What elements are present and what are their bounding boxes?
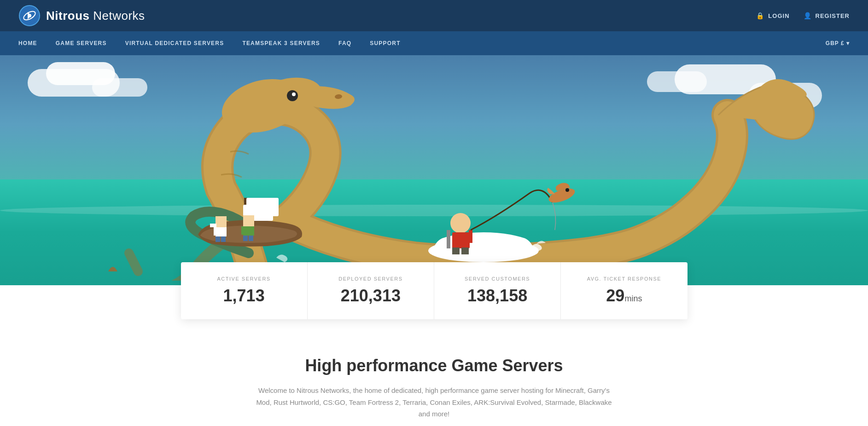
- fin: [108, 267, 117, 271]
- stat-active-servers-value: 1,713: [190, 286, 298, 305]
- stat-deployed-value: 210,313: [317, 286, 425, 305]
- user-icon: 👤: [804, 12, 812, 19]
- svg-rect-21: [469, 230, 472, 243]
- svg-rect-15: [241, 226, 246, 235]
- stat-ticket-label: AVG. TICKET RESPONSE: [570, 276, 678, 282]
- char2-head: [243, 215, 254, 226]
- fisherman-pants: [452, 248, 460, 254]
- svg-rect-12: [221, 236, 226, 242]
- nav-vds[interactable]: VIRTUAL DEDICATED SERVERS: [125, 40, 224, 46]
- stat-deployed-servers: DEPLOYED SERVERS 210,313: [308, 262, 434, 319]
- svg-rect-17: [243, 236, 248, 241]
- logo-icon: [18, 5, 41, 27]
- fishing-line: [553, 202, 556, 230]
- hero-section: [0, 55, 868, 285]
- stat-customers-value: 138,158: [443, 286, 551, 305]
- nav-support[interactable]: SUPPORT: [370, 40, 400, 46]
- top-bar-actions: 🔒 LOGIN 👤 REGISTER: [756, 12, 850, 19]
- svg-rect-9: [214, 227, 218, 236]
- content-description: Welcome to Nitrous Networks, the home of…: [250, 385, 618, 420]
- svg-rect-20: [461, 248, 469, 254]
- nav-game-servers[interactable]: GAME SERVERS: [56, 40, 107, 46]
- logo-text: Nitrous Networks: [46, 9, 145, 23]
- stat-deployed-label: DEPLOYED SERVERS: [317, 276, 425, 282]
- currency-selector[interactable]: GBP £ ▾: [826, 40, 850, 46]
- nav-home[interactable]: HOME: [18, 40, 37, 46]
- nav-links: HOME GAME SERVERS VIRTUAL DEDICATED SERV…: [18, 40, 401, 46]
- stat-active-servers: ACTIVE SERVERS 1,713: [181, 262, 308, 319]
- page-title: High performance Game Servers: [18, 356, 850, 375]
- logo[interactable]: Nitrous Networks: [18, 5, 145, 27]
- nav-bar: HOME GAME SERVERS VIRTUAL DEDICATED SERV…: [0, 31, 868, 55]
- lock-icon: 🔒: [756, 12, 764, 19]
- stat-active-servers-label: ACTIVE SERVERS: [190, 276, 298, 282]
- scene-svg: [0, 60, 868, 281]
- fishing-rod: [471, 190, 553, 230]
- svg-rect-19: [447, 230, 450, 248]
- splash-2: [276, 254, 287, 262]
- nav-teamspeak[interactable]: TEAMSPEAK 3 SERVERS: [242, 40, 320, 46]
- register-button[interactable]: 👤 REGISTER: [804, 12, 850, 19]
- svg-rect-11: [216, 236, 220, 242]
- svg-rect-16: [250, 226, 254, 235]
- hero-illustration: [0, 55, 868, 285]
- stat-customers-label: SERVED CUSTOMERS: [443, 276, 551, 282]
- nav-faq[interactable]: FAQ: [338, 40, 351, 46]
- stats-bar: ACTIVE SERVERS 1,713 DEPLOYED SERVERS 21…: [181, 262, 687, 319]
- svg-rect-10: [222, 227, 227, 236]
- stat-ticket-value: 29mins: [570, 286, 678, 305]
- char1-head: [216, 216, 227, 227]
- fisherman-body: [452, 232, 470, 248]
- fisherman-head: [450, 213, 471, 233]
- svg-point-22: [565, 188, 569, 192]
- login-button[interactable]: 🔒 LOGIN: [756, 12, 789, 19]
- stat-avg-ticket: AVG. TICKET RESPONSE 29mins: [561, 262, 687, 319]
- svg-rect-18: [249, 236, 253, 241]
- top-bar: Nitrous Networks 🔒 LOGIN 👤 REGISTER: [0, 0, 868, 31]
- svg-rect-13: [210, 224, 216, 227]
- content-section: High performance Game Servers Welcome to…: [0, 319, 868, 426]
- svg-point-5: [292, 92, 296, 96]
- tentacle-2: [129, 253, 138, 271]
- svg-point-4: [287, 90, 298, 101]
- stat-served-customers: SERVED CUSTOMERS 138,158: [434, 262, 561, 319]
